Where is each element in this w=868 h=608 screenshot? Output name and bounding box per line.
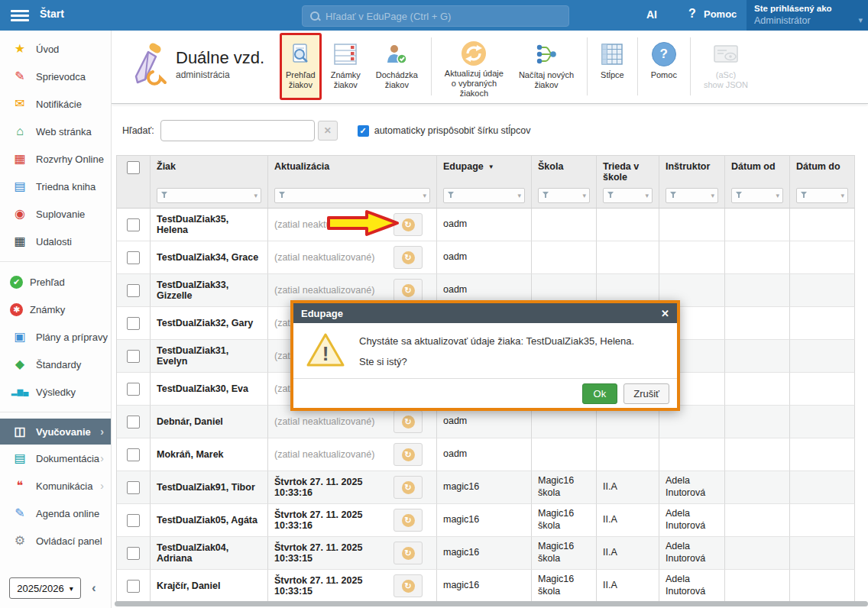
sidebar-item-plany-a-pripravy[interactable]: ▣Plány a prípravy	[0, 323, 111, 351]
column-header--iak[interactable]: Žiak	[151, 156, 268, 186]
chevron-down-icon: ▾	[254, 192, 257, 199]
toolbar-button-aktualizuj-udaje[interactable]: Aktualizuj údaje o vybraných žiakoch	[439, 33, 510, 100]
autofit-columns-checkbox[interactable]: ✓	[358, 125, 369, 137]
sidebar-item-komunikacia[interactable]: ❝Komunikácia›	[0, 472, 111, 500]
student-edupage-cell: magic16	[437, 504, 532, 537]
column-filter-dropdown[interactable]: ▾	[157, 188, 261, 203]
hamburger-menu-icon[interactable]	[11, 8, 29, 23]
sidebar-item-udalosti[interactable]: ▦Udalosti	[0, 228, 111, 255]
row-checkbox[interactable]	[127, 547, 140, 560]
row-checkbox[interactable]	[127, 481, 140, 494]
collapse-sidebar-button[interactable]: ‹	[92, 581, 96, 596]
column-filter-dropdown[interactable]: ▾	[796, 188, 848, 203]
row-checkbox[interactable]	[127, 284, 140, 297]
sidebar-item-notifikacie[interactable]: ✉Notifikácie	[0, 90, 111, 118]
column-header-d-tum-od[interactable]: Dátum od	[725, 156, 790, 186]
column-filter-dropdown[interactable]: ▾	[274, 188, 430, 203]
select-all-checkbox[interactable]	[127, 161, 140, 174]
column-header-in-truktor[interactable]: Inštruktor	[659, 156, 725, 186]
column-filter-dropdown[interactable]: ▾	[443, 188, 525, 203]
sidebar-item-ovladaci-panel[interactable]: ⚙Ovládací panel	[0, 527, 111, 555]
toolbar-button-nacitaj-novych[interactable]: Načítaj nových žiakov	[513, 33, 580, 100]
help-button[interactable]: Pomoc	[704, 8, 737, 20]
refresh-icon: ↻	[402, 481, 415, 494]
communication-icon: ❝	[10, 480, 30, 492]
clear-search-button[interactable]: ✕	[318, 121, 338, 141]
sidebar-item-prehlad[interactable]: ✔Prehľad	[0, 268, 111, 296]
row-checkbox[interactable]	[127, 317, 140, 330]
sidebar-item-triedna-kniha[interactable]: ▤Triedna kniha	[0, 173, 111, 200]
sidebar-item-agenda-online[interactable]: ✎Agenda online	[0, 500, 111, 527]
sidebar-item-label: Notifikácie	[36, 99, 82, 110]
toolbar-button-pomoc[interactable]: ? Pomoc	[645, 33, 683, 100]
ai-button[interactable]: AI	[646, 8, 657, 21]
toolbar-button-stlpce[interactable]: Stĺpce	[594, 33, 630, 100]
refresh-student-button[interactable]: ↻	[394, 443, 423, 466]
sidebar-item-sprievodca[interactable]: ✎Sprievodca	[0, 63, 111, 90]
student-name-cell: TestDualZiak32, Gary	[151, 307, 268, 340]
sidebar-item-znamky[interactable]: ✱Známky	[0, 296, 111, 323]
student-name: TestDualZiak34, Grace	[157, 252, 258, 263]
refresh-student-button[interactable]: ↻	[394, 410, 423, 433]
sidebar-footer: 2025/2026 ▾ ‹	[0, 577, 111, 599]
edupage-value: magic16	[443, 481, 479, 493]
global-search-input[interactable]: Hľadať v EduPage (Ctrl + G)	[302, 5, 569, 27]
column-header-d-tum-do[interactable]: Dátum do	[790, 156, 855, 186]
row-checkbox[interactable]	[127, 383, 140, 396]
column-header-aktualiz-cia[interactable]: Aktualizácia	[268, 156, 437, 186]
school-value: Magic16 škola	[538, 574, 590, 597]
column-header-trieda-v-kole[interactable]: Trieda v škole	[597, 156, 659, 186]
toolbar-button-znamky-ziakov[interactable]: Známky žiakov	[325, 33, 367, 100]
refresh-student-button[interactable]: ↻	[394, 476, 423, 499]
refresh-student-button[interactable]: ↻	[394, 279, 423, 302]
chevron-down-icon: ▾	[423, 192, 426, 199]
row-checkbox[interactable]	[127, 580, 140, 593]
sidebar-item-web-stranka[interactable]: ⌂Web stránka	[0, 118, 111, 145]
documentation-icon: ▤	[10, 452, 30, 464]
row-checkbox[interactable]	[127, 514, 140, 527]
refresh-student-button[interactable]: ↻	[394, 542, 423, 564]
logged-in-user-menu[interactable]: Ste prihlásený ako Administrátor ▾	[747, 0, 868, 31]
row-checkbox[interactable]	[127, 448, 140, 461]
start-menu[interactable]: Štart	[40, 8, 64, 20]
ok-button[interactable]: Ok	[582, 383, 618, 404]
horizontal-scrollbar[interactable]	[115, 601, 868, 606]
student-name: TestDualZiak31, Evelyn	[157, 345, 261, 367]
table-search-input[interactable]	[160, 120, 315, 141]
row-checkbox[interactable]	[127, 350, 140, 363]
school-year-select[interactable]: 2025/2026 ▾	[9, 577, 81, 599]
sidebar-item-standardy[interactable]: ◆Štandardy	[0, 351, 111, 378]
sidebar-item-suplovanie[interactable]: ◉Suplovanie	[0, 200, 111, 228]
sidebar-item-label: Úvod	[36, 44, 59, 55]
sidebar-item-uvod[interactable]: ★Úvod	[0, 35, 111, 63]
row-checkbox[interactable]	[127, 218, 140, 231]
row-checkbox[interactable]	[127, 416, 140, 429]
help-question-icon[interactable]: ?	[688, 7, 696, 21]
chevron-down-icon: ▾	[70, 584, 73, 593]
column-filter-dropdown[interactable]: ▾	[538, 188, 590, 203]
instructor-value: Adela Inutorová	[666, 508, 718, 532]
sidebar-item-rozvrhy-online[interactable]: ▦Rozvrhy Online	[0, 145, 111, 173]
row-checkbox[interactable]	[127, 251, 140, 264]
student-date-to-cell	[790, 373, 855, 406]
toolbar-button-asc-show-json[interactable]: (aSc) show JSON	[698, 33, 754, 100]
toolbar-button-dochadzka-ziakov[interactable]: Dochádzka žiakov	[370, 33, 424, 100]
sidebar-item-dokumentacia[interactable]: ▤Dokumentácia›	[0, 445, 111, 472]
column-filter-dropdown[interactable]: ▾	[666, 188, 718, 203]
edupage-value: oadm	[443, 284, 467, 296]
sidebar-item-vysledky[interactable]: ▂▆▄Výsledky	[0, 378, 111, 406]
column-header-edupage[interactable]: Edupage▼	[437, 156, 532, 186]
sidebar-item-vyucovanie[interactable]: ◫Vyučovanie›	[0, 419, 111, 445]
toolbar-button-prehlad-ziakov[interactable]: Prehľad žiakov	[280, 33, 322, 100]
close-icon[interactable]: ✕	[661, 308, 669, 319]
column-header--kola[interactable]: Škola	[532, 156, 597, 186]
student-school-cell: Magic16 škola	[532, 471, 597, 504]
column-filter-dropdown[interactable]: ▾	[603, 188, 653, 203]
funnel-icon	[800, 190, 808, 201]
refresh-student-button[interactable]: ↻	[394, 246, 423, 269]
column-filter-dropdown[interactable]: ▾	[731, 188, 783, 203]
refresh-student-button[interactable]: ↻	[394, 509, 423, 532]
cancel-button[interactable]: Zrušiť	[623, 383, 669, 404]
column-header-label: Škola	[538, 161, 563, 172]
refresh-student-button[interactable]: ↻	[394, 574, 423, 597]
